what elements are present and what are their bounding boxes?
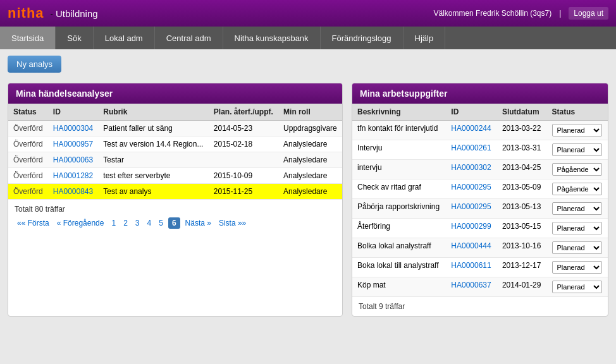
col-slutdatum: Slutdatum xyxy=(497,104,547,121)
cell-beskrivning: Köp mat xyxy=(352,277,446,297)
cell-status-right[interactable]: PlaneradPågåendeAvslutad xyxy=(547,199,608,219)
status-select[interactable]: PlaneradPågåendeAvslutad xyxy=(552,143,602,156)
cell-status-right[interactable]: PlaneradPågåendeAvslutad xyxy=(547,179,608,199)
top-bar: nitha - Utbildning Välkommen Fredrik Sch… xyxy=(0,0,616,27)
page-prev[interactable]: « Föregående xyxy=(54,217,107,229)
pagination-total: Totalt 80 träffar xyxy=(15,205,336,214)
id-link[interactable]: HA0000843 xyxy=(53,187,93,196)
cell-roll: Uppdragsgivare xyxy=(278,121,342,136)
col-id: ID xyxy=(48,104,99,121)
nav-item-kunskapsbank[interactable]: Nitha kunskapsbank xyxy=(223,27,321,49)
table-row: Överförd HA0000957 Test av version 14.4 … xyxy=(8,136,342,152)
cell-rubrik: Patient faller ut säng xyxy=(98,121,208,136)
right-panel-body: Beskrivning ID Slutdatum Status tfn kont… xyxy=(352,104,608,316)
id-link-right[interactable]: HA0000637 xyxy=(451,281,491,289)
cell-status: Överförd xyxy=(8,184,48,200)
status-select[interactable]: PlaneradPågåendeAvslutad xyxy=(552,261,602,274)
cell-id: HA0000957 xyxy=(48,136,99,152)
top-bar-right: Välkommen Fredrik Schöllin (3qs7) | Logg… xyxy=(433,7,608,20)
right-panel-header: Mina arbetsuppgifter xyxy=(352,83,608,104)
id-link[interactable]: HA0001282 xyxy=(53,171,93,180)
page-2[interactable]: 2 xyxy=(121,217,130,229)
cell-rubrik: test efter serverbyte xyxy=(98,168,208,184)
cell-beskrivning: Bolka lokal analystraff xyxy=(352,238,446,258)
cell-id: HA0000063 xyxy=(48,152,99,168)
status-select[interactable]: PlaneradPågåendeAvslutad xyxy=(552,222,602,234)
cell-status-right[interactable]: PlaneradPågåendeAvslutad xyxy=(547,140,608,160)
cell-status-right[interactable]: PlaneradPågåendeAvslutad xyxy=(547,238,608,258)
right-panel-total: Totalt 9 träffar xyxy=(352,297,608,316)
id-link-right[interactable]: HA0000611 xyxy=(451,261,491,270)
cell-roll: Analysledare xyxy=(278,136,342,152)
id-link-right[interactable]: HA0000299 xyxy=(451,222,491,231)
id-link[interactable]: HA0000063 xyxy=(53,155,93,164)
cell-status-right[interactable]: PlaneradPågåendeAvslutad xyxy=(547,160,608,179)
nav-item-central-adm[interactable]: Central adm xyxy=(155,27,223,49)
logout-link[interactable]: Logga ut xyxy=(569,7,608,20)
page-next[interactable]: Nästa » xyxy=(183,217,214,229)
page-first[interactable]: «« Första xyxy=(15,217,52,229)
cell-status-right[interactable]: PlaneradPågåendeAvslutad xyxy=(547,219,608,238)
pagination-links: «« Första « Föregående 1 2 3 4 5 6 Nästa… xyxy=(15,217,336,229)
cell-slutdatum: 2013-05-09 xyxy=(497,179,547,199)
id-link-right[interactable]: HA0000444 xyxy=(451,241,491,250)
cell-beskrivning: tfn kontakt för intervjutid xyxy=(352,121,446,140)
new-analysis-button[interactable]: Ny analys xyxy=(8,56,61,73)
nav-item-forandringslogg[interactable]: Förändringslogg xyxy=(321,27,403,49)
top-bar-separator: - xyxy=(51,9,53,18)
cell-id-right: HA0000637 xyxy=(446,277,497,297)
page-3[interactable]: 3 xyxy=(133,217,142,229)
cell-status-right[interactable]: PlaneradPågåendeAvslutad xyxy=(547,277,608,297)
page-last[interactable]: Sista »» xyxy=(216,217,249,229)
status-select[interactable]: PlaneradPågåendeAvslutad xyxy=(552,183,602,195)
page-1[interactable]: 1 xyxy=(109,217,118,229)
nav-item-startsida[interactable]: Startsida xyxy=(0,27,56,49)
table-row: Återföring HA0000299 2013-05-15 Planerad… xyxy=(352,219,608,238)
id-link-right[interactable]: HA0000295 xyxy=(451,183,491,191)
logo: nitha xyxy=(8,5,44,21)
cell-id-right: HA0000444 xyxy=(446,238,497,258)
cell-slutdatum: 2013-05-13 xyxy=(497,199,547,219)
nav-item-lokal-adm[interactable]: Lokal adm xyxy=(94,27,155,49)
status-select[interactable]: PlaneradPågåendeAvslutad xyxy=(552,202,602,215)
cell-roll: Analysledare xyxy=(278,168,342,184)
table-row: Köp mat HA0000637 2014-01-29 PlaneradPåg… xyxy=(352,277,608,297)
id-link-right[interactable]: HA0000302 xyxy=(451,163,491,172)
cell-status: Överförd xyxy=(8,121,48,136)
nav-item-hjalp[interactable]: Hjälp xyxy=(403,27,446,49)
id-link-right[interactable]: HA0000295 xyxy=(451,202,491,211)
left-panel: Mina händelseanalyser Status ID Rubrik P… xyxy=(8,83,343,317)
id-link[interactable]: HA0000304 xyxy=(53,124,93,133)
cell-beskrivning: intervju xyxy=(352,160,446,179)
pagination: Totalt 80 träffar «« Första « Föregående… xyxy=(8,200,342,234)
cell-id: HA0001282 xyxy=(48,168,99,184)
cell-beskrivning: Boka lokal till analystraff xyxy=(352,258,446,277)
page-5[interactable]: 5 xyxy=(156,217,166,229)
page-4[interactable]: 4 xyxy=(145,217,154,229)
table-row: tfn kontakt för intervjutid HA0000244 20… xyxy=(352,121,608,140)
col-rubrik: Rubrik xyxy=(98,104,208,121)
id-link-right[interactable]: HA0000244 xyxy=(451,124,491,133)
table-row: Bolka lokal analystraff HA0000444 2013-1… xyxy=(352,238,608,258)
table-row: intervju HA0000302 2013-04-25 PlaneradPå… xyxy=(352,160,608,179)
cell-slutdatum: 2013-03-31 xyxy=(497,140,547,160)
cell-status-right[interactable]: PlaneradPågåendeAvslutad xyxy=(547,258,608,277)
status-select[interactable]: PlaneradPågåendeAvslutad xyxy=(552,124,602,136)
left-panel-table: Status ID Rubrik Plan. återf./uppf. Min … xyxy=(8,104,342,200)
cell-slutdatum: 2014-01-29 xyxy=(497,277,547,297)
status-select[interactable]: PlaneradPågåendeAvslutad xyxy=(552,163,602,176)
id-link-right[interactable]: HA0000261 xyxy=(451,143,491,152)
status-select[interactable]: PlaneradPågåendeAvslutad xyxy=(552,241,602,254)
cell-status-right[interactable]: PlaneradPågåendeAvslutad xyxy=(547,121,608,140)
cell-id: HA0000304 xyxy=(48,121,99,136)
id-link[interactable]: HA0000957 xyxy=(53,140,93,149)
nav-item-sok[interactable]: Sök xyxy=(56,27,93,49)
cell-slutdatum: 2013-05-15 xyxy=(497,219,547,238)
table-row: Påbörja rapportskrivning HA0000295 2013-… xyxy=(352,199,608,219)
status-select[interactable]: PlaneradPågåendeAvslutad xyxy=(552,281,602,293)
logo-n: n xyxy=(8,5,16,21)
col-status-right: Status xyxy=(547,104,608,121)
cell-beskrivning: Påbörja rapportskrivning xyxy=(352,199,446,219)
left-panel-body: Status ID Rubrik Plan. återf./uppf. Min … xyxy=(8,104,342,234)
cell-slutdatum: 2013-10-16 xyxy=(497,238,547,258)
